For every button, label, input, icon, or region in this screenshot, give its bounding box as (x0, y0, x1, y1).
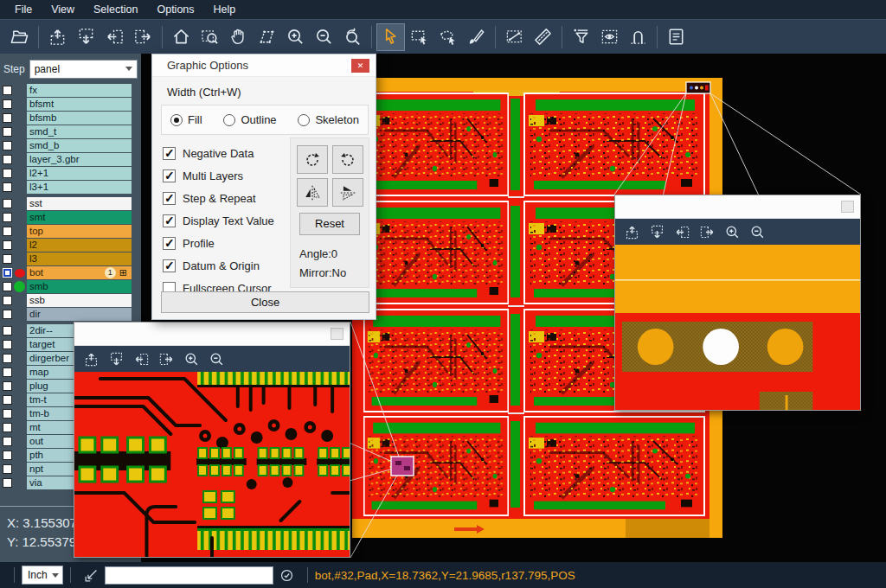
checkbox-display-text-value[interactable]: Display Text Value (163, 214, 294, 227)
checkbox[interactable] (163, 237, 176, 250)
radio-fill[interactable]: Fill (170, 113, 202, 126)
layer-row[interactable]: sst (0, 197, 141, 210)
zoom-window-icon[interactable] (196, 23, 224, 51)
layer-row[interactable]: smd_t (0, 125, 141, 138)
zoom-out-icon[interactable] (310, 23, 338, 51)
checkbox[interactable] (163, 259, 176, 272)
layer-visibility-checkbox[interactable] (3, 169, 12, 178)
close-icon[interactable] (351, 59, 369, 73)
layer-visibility-checkbox[interactable] (3, 340, 12, 349)
checkbox-profile[interactable]: Profile (163, 237, 294, 250)
preview-title-bar[interactable] (615, 195, 860, 219)
radio-skeleton[interactable]: Skeleton (298, 113, 359, 126)
layer-row[interactable]: layer_3.gbr (0, 153, 141, 166)
pan-right-icon[interactable] (129, 23, 157, 51)
pan-down-icon[interactable] (649, 224, 665, 240)
layer-visibility-checkbox[interactable] (3, 141, 12, 150)
checkbox[interactable] (163, 169, 176, 182)
layer-label[interactable]: ssb (27, 294, 132, 307)
layer-visibility-checkbox[interactable] (3, 86, 12, 95)
layer-row[interactable]: dir (0, 308, 141, 321)
radio-button[interactable] (170, 114, 183, 126)
preview-title-bar[interactable] (74, 323, 350, 346)
select-rectangle-icon[interactable] (405, 23, 433, 51)
home-view-icon[interactable] (167, 23, 196, 51)
checkbox[interactable] (163, 192, 176, 205)
pan-left-icon[interactable] (674, 224, 690, 240)
pan-right-icon[interactable] (158, 351, 175, 368)
layer-visibility-checkbox[interactable] (3, 451, 12, 460)
zoom-preview-window-corner[interactable] (614, 195, 861, 411)
zoom-preview-window-detail[interactable] (74, 322, 350, 558)
layer-visibility-checkbox[interactable] (3, 423, 12, 432)
checkbox[interactable] (163, 147, 176, 160)
snap-icon[interactable] (624, 23, 652, 51)
pan-up-icon[interactable] (43, 23, 72, 51)
zoom-out-icon[interactable] (749, 224, 766, 240)
close-button[interactable]: Close (161, 291, 369, 313)
layer-visibility-checkbox[interactable] (3, 326, 12, 336)
layer-visibility-checkbox[interactable] (3, 395, 12, 405)
select-polygon-icon[interactable] (433, 23, 462, 51)
layer-label[interactable]: dir (27, 308, 132, 321)
pan-left-icon[interactable] (100, 23, 129, 51)
layer-label[interactable]: l2+1 (27, 167, 132, 180)
layer-label[interactable]: smb (27, 280, 132, 293)
layer-row[interactable]: l2+1 (0, 167, 141, 180)
zoom-in-icon[interactable] (724, 224, 741, 240)
pan-down-icon[interactable] (108, 351, 125, 368)
layer-row-bot-active[interactable]: bot 1 ⊞ (0, 266, 141, 279)
radio-outline[interactable]: Outline (223, 113, 276, 126)
measure-distance-icon[interactable] (500, 23, 529, 51)
ortho-corner-icon[interactable] (83, 567, 100, 584)
report-list-icon[interactable] (662, 23, 690, 51)
pan-right-icon[interactable] (699, 224, 716, 240)
layer-label[interactable]: l3+1 (27, 181, 132, 194)
layer-label[interactable]: smd_b (27, 139, 132, 152)
rotate-cw-button[interactable] (297, 145, 328, 174)
filter-icon[interactable] (567, 23, 595, 51)
layer-visibility-checkbox[interactable] (3, 155, 12, 164)
layer-label[interactable]: bot 1 ⊞ (27, 266, 132, 279)
checkbox-multi-layers[interactable]: Multi Layers (163, 169, 294, 182)
layer-label[interactable]: layer_3.gbr (27, 153, 132, 166)
layer-visibility-checkbox[interactable] (3, 199, 12, 208)
layer-visibility-checkbox[interactable] (3, 254, 12, 264)
layer-visibility-checkbox[interactable] (3, 310, 12, 319)
layer-visibility-checkbox[interactable] (3, 282, 12, 291)
menu-selection[interactable]: Selection (84, 3, 147, 16)
zoom-previous-icon[interactable] (338, 23, 367, 51)
unit-select[interactable]: Inch (22, 566, 63, 585)
layer-row[interactable]: bfsmt (0, 98, 141, 111)
layer-row[interactable]: smd_b (0, 139, 141, 152)
layer-row[interactable]: ssb (0, 294, 141, 307)
preview-content[interactable] (615, 245, 860, 410)
mirror-horizontal-button[interactable] (297, 178, 328, 207)
pan-down-icon[interactable] (72, 23, 100, 51)
checkbox-step-repeat[interactable]: Step & Repeat (163, 192, 294, 205)
zoom-in-icon[interactable] (183, 351, 200, 368)
reset-button[interactable]: Reset (299, 213, 360, 235)
layer-label[interactable]: l3 (27, 252, 132, 265)
pan-up-icon[interactable] (624, 224, 640, 240)
rotate-ccw-button[interactable] (332, 145, 363, 174)
layer-row[interactable]: l3 (0, 252, 141, 265)
pan-hand-icon[interactable] (224, 23, 253, 51)
preview-content[interactable] (74, 372, 350, 557)
open-folder-icon[interactable] (5, 23, 34, 51)
menu-help[interactable]: Help (204, 3, 246, 16)
layer-label[interactable]: bfsmb (27, 112, 132, 125)
select-pointer-icon[interactable] (376, 23, 405, 51)
layer-visibility-checkbox[interactable] (3, 227, 12, 236)
layer-visibility-checkbox[interactable] (3, 182, 12, 192)
preview-close-button[interactable] (331, 328, 343, 340)
layer-label[interactable]: sst (27, 197, 132, 210)
radio-button[interactable] (223, 114, 235, 126)
layer-row[interactable]: bfsmb (0, 112, 141, 125)
layer-visibility-checkbox[interactable] (3, 127, 12, 137)
layer-visibility-checkbox[interactable] (3, 354, 12, 363)
menu-file[interactable]: File (5, 3, 42, 16)
layer-visibility-checkbox[interactable] (3, 478, 12, 488)
layer-visibility-checkbox[interactable] (3, 113, 12, 123)
menu-options[interactable]: Options (147, 3, 203, 16)
